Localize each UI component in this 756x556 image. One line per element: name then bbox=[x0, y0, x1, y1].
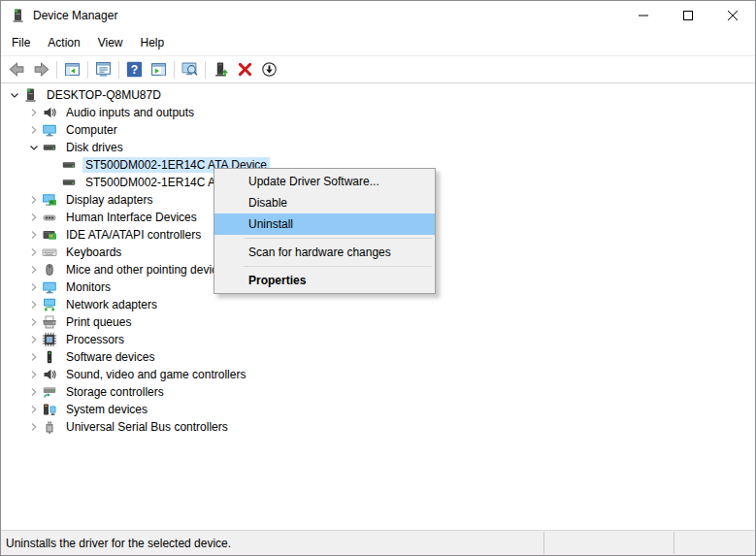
svg-text:?: ? bbox=[131, 63, 138, 77]
chevron-right-icon[interactable] bbox=[26, 245, 42, 260]
keyboard-icon bbox=[42, 245, 57, 260]
tree-item-print-queues[interactable]: Print queues bbox=[1, 313, 755, 331]
uninstall-button[interactable] bbox=[233, 58, 257, 82]
tree-item-label: DESKTOP-Q8MU87D bbox=[44, 87, 164, 103]
chevron-spacer bbox=[46, 175, 61, 190]
context-menu-item-disable[interactable]: Disable bbox=[214, 192, 435, 213]
back-arrow-button[interactable] bbox=[5, 58, 29, 82]
tree-item-label: Keyboards bbox=[63, 245, 124, 260]
tree-item-system-devices[interactable]: System devices bbox=[1, 401, 755, 418]
tree-item-label: Storage controllers bbox=[63, 384, 167, 400]
chevron-spacer bbox=[46, 157, 61, 173]
chevron-right-icon[interactable] bbox=[26, 279, 42, 295]
device-manager-window: Device Manager FileActionViewHelp ? DESK… bbox=[0, 0, 756, 556]
tree-item-label: Mice and other pointing devices bbox=[63, 262, 233, 278]
action-pane-icon bbox=[150, 61, 167, 78]
chevron-down-icon[interactable] bbox=[26, 140, 42, 155]
action-pane-button[interactable] bbox=[147, 58, 171, 82]
chevron-right-icon[interactable] bbox=[26, 105, 42, 120]
menu-view[interactable]: View bbox=[89, 30, 132, 55]
scan-hardware-icon bbox=[181, 61, 198, 78]
chevron-right-icon[interactable] bbox=[26, 297, 42, 312]
title-bar[interactable]: Device Manager bbox=[1, 1, 755, 30]
tree-item-storage-controllers[interactable]: Storage controllers bbox=[1, 383, 755, 401]
tree-item-label: System devices bbox=[63, 402, 150, 417]
maximize-button[interactable] bbox=[666, 1, 710, 30]
chevron-right-icon[interactable] bbox=[26, 122, 42, 138]
window-title: Device Manager bbox=[33, 9, 117, 22]
tree-item-universal-serial-bus-controllers[interactable]: Universal Serial Bus controllers bbox=[1, 418, 755, 436]
console-tree-button[interactable] bbox=[60, 58, 84, 82]
tree-item-label: Processors bbox=[63, 332, 127, 347]
chevron-right-icon[interactable] bbox=[26, 332, 42, 347]
uninstall-icon bbox=[237, 61, 253, 78]
scan-hardware-button[interactable] bbox=[178, 58, 202, 82]
hid-icon bbox=[42, 210, 57, 225]
context-menu-item-update-driver-software[interactable]: Update Driver Software... bbox=[214, 171, 435, 192]
chevron-right-icon[interactable] bbox=[26, 210, 42, 225]
chevron-right-icon[interactable] bbox=[26, 262, 42, 278]
cpu-icon bbox=[42, 332, 57, 347]
chevron-down-icon[interactable] bbox=[7, 87, 22, 103]
device-manager-app-icon bbox=[10, 8, 25, 23]
tree-item-computer[interactable]: Computer bbox=[1, 121, 755, 139]
tree-item-network-adapters[interactable]: Network adapters bbox=[1, 296, 755, 313]
disable-button[interactable] bbox=[257, 58, 281, 82]
properties-window-button[interactable] bbox=[91, 58, 115, 82]
menu-file[interactable]: File bbox=[3, 30, 39, 55]
chevron-right-icon[interactable] bbox=[26, 349, 42, 365]
computer-tower-icon bbox=[22, 87, 38, 103]
usb-icon bbox=[42, 419, 57, 435]
menu-action[interactable]: Action bbox=[39, 30, 88, 55]
menu-bar: FileActionViewHelp bbox=[1, 30, 755, 56]
properties-window-icon bbox=[95, 61, 112, 78]
context-menu-separator bbox=[244, 238, 432, 239]
tree-item-processors[interactable]: Processors bbox=[1, 331, 755, 348]
toolbar-separator bbox=[56, 61, 57, 79]
network-adapter-icon bbox=[42, 297, 57, 312]
minimize-button[interactable] bbox=[621, 1, 666, 30]
chevron-right-icon[interactable] bbox=[26, 384, 42, 400]
toolbar: ? bbox=[1, 56, 755, 83]
chevron-right-icon[interactable] bbox=[26, 402, 42, 417]
printer-icon bbox=[42, 314, 57, 330]
tree-item-sound-video-and-game-controllers[interactable]: Sound, video and game controllers bbox=[1, 366, 755, 383]
toolbar-separator bbox=[205, 61, 206, 79]
menu-help[interactable]: Help bbox=[132, 30, 174, 55]
mouse-icon bbox=[42, 262, 57, 278]
update-driver-button[interactable] bbox=[209, 58, 233, 82]
context-menu-item-uninstall[interactable]: Uninstall bbox=[214, 213, 435, 235]
context-menu-item-scan-for-hardware-changes[interactable]: Scan for hardware changes bbox=[214, 242, 435, 263]
tree-item-audio-inputs-and-outputs[interactable]: Audio inputs and outputs bbox=[1, 104, 755, 121]
forward-arrow-icon bbox=[33, 61, 49, 78]
chevron-right-icon[interactable] bbox=[26, 367, 42, 382]
context-menu-item-properties[interactable]: Properties bbox=[214, 270, 435, 291]
software-device-icon bbox=[42, 349, 57, 365]
tree-item-label: Monitors bbox=[63, 279, 114, 295]
monitor-icon bbox=[42, 122, 57, 138]
context-menu-separator bbox=[244, 266, 432, 267]
tree-item-label: Print queues bbox=[63, 314, 134, 330]
tree-item-disk-drives[interactable]: Disk drives bbox=[1, 139, 755, 156]
console-tree-icon bbox=[64, 61, 81, 78]
status-bar: Uninstalls the driver for the selected d… bbox=[1, 530, 755, 555]
tree-item-label: Network adapters bbox=[63, 297, 160, 312]
tree-item-label: Software devices bbox=[63, 349, 157, 365]
ide-controller-icon bbox=[42, 227, 57, 243]
chevron-right-icon[interactable] bbox=[26, 419, 42, 435]
chevron-right-icon[interactable] bbox=[26, 192, 42, 208]
forward-arrow-button[interactable] bbox=[29, 58, 53, 82]
chevron-right-icon[interactable] bbox=[26, 227, 42, 243]
speaker-icon bbox=[42, 105, 57, 120]
tree-item-label: Display adapters bbox=[63, 192, 155, 208]
tree-item-software-devices[interactable]: Software devices bbox=[1, 348, 755, 366]
tree-item-desktop-q8mu87d[interactable]: DESKTOP-Q8MU87D bbox=[1, 86, 755, 104]
window-controls bbox=[621, 1, 755, 30]
tree-item-label: Disk drives bbox=[63, 140, 126, 155]
display-adapter-icon bbox=[42, 192, 57, 208]
statusbar-separator bbox=[543, 532, 544, 554]
chevron-right-icon[interactable] bbox=[26, 314, 42, 330]
help-button[interactable]: ? bbox=[122, 58, 147, 82]
hdd-icon bbox=[61, 157, 77, 173]
close-button[interactable] bbox=[710, 1, 755, 30]
